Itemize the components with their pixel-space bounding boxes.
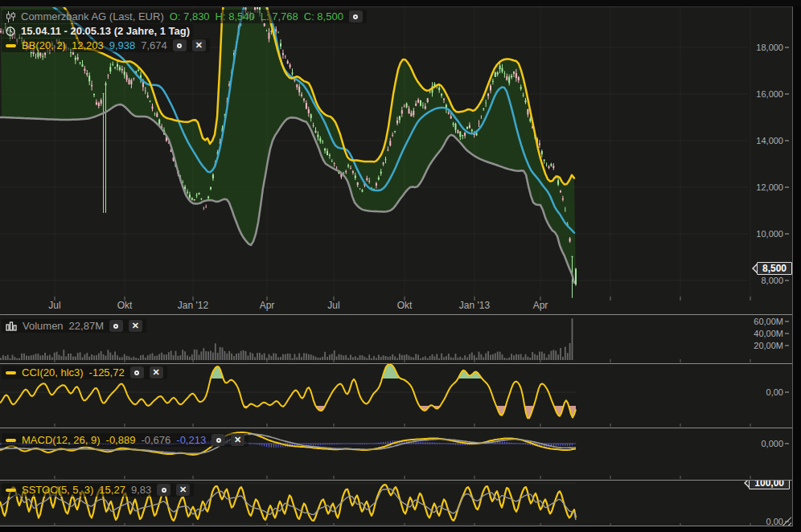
volume-bar bbox=[72, 356, 74, 360]
volume-bar bbox=[51, 357, 53, 360]
volume-bar bbox=[145, 358, 146, 360]
macd-close-button[interactable]: ✕ bbox=[231, 434, 244, 446]
volume-bar bbox=[492, 354, 494, 360]
volume-bar bbox=[126, 356, 128, 360]
macd-hist-bar bbox=[565, 444, 565, 446]
symbol-settings-button[interactable] bbox=[349, 10, 363, 23]
volume-bar bbox=[560, 348, 561, 360]
volume-bar bbox=[240, 351, 242, 360]
volume-bar bbox=[329, 354, 331, 360]
volume-bar bbox=[285, 354, 286, 360]
volume-bar bbox=[413, 358, 414, 360]
volume-bar bbox=[401, 355, 403, 360]
volume-bar bbox=[82, 358, 84, 360]
volume-bar bbox=[212, 353, 214, 360]
y-axis-label: 10,000 bbox=[733, 230, 789, 239]
sstoc-settings-button[interactable] bbox=[157, 484, 170, 496]
volume-bar bbox=[485, 354, 487, 360]
volume-bar bbox=[119, 358, 121, 360]
bb-settings-button[interactable] bbox=[173, 39, 187, 51]
bb-close-button[interactable]: ✕ bbox=[192, 39, 206, 51]
volume-settings-button[interactable] bbox=[109, 320, 123, 332]
cci-name: CCI(20, hlc3) bbox=[22, 366, 84, 379]
volume-bar bbox=[257, 353, 258, 360]
macd-hist-bar bbox=[334, 444, 335, 444]
volume-bar bbox=[129, 356, 130, 360]
volume-bar bbox=[80, 352, 81, 360]
volume-bars-icon bbox=[6, 321, 17, 331]
separator-cci-macd bbox=[0, 428, 792, 428]
main-chart-svg[interactable] bbox=[0, 7, 792, 314]
volume-bar bbox=[376, 358, 377, 360]
volume-bar bbox=[322, 357, 323, 360]
volume-bar bbox=[16, 358, 18, 360]
volume-close-button[interactable]: ✕ bbox=[129, 320, 142, 332]
volume-bar bbox=[187, 355, 188, 360]
macd-hist-bar bbox=[359, 444, 360, 444]
volume-bar bbox=[362, 355, 364, 360]
volume-bar bbox=[105, 356, 107, 360]
volume-bar bbox=[464, 355, 466, 360]
volume-bar bbox=[572, 318, 573, 360]
bb-lower-value: 7,674 bbox=[141, 39, 167, 51]
symbol-title: Commerzbank AG (Last, EUR) bbox=[21, 10, 164, 23]
macd-hist-bar bbox=[523, 444, 524, 444]
volume-bar bbox=[254, 357, 256, 360]
macd-signal-value: -0,676 bbox=[141, 434, 170, 446]
volume-bar bbox=[294, 354, 296, 360]
volume-bar bbox=[420, 358, 421, 360]
macd-hist-bar bbox=[310, 444, 311, 445]
volume-bar bbox=[259, 353, 261, 360]
close-icon: ✕ bbox=[153, 368, 160, 377]
volume-bar bbox=[23, 354, 25, 360]
volume-bar bbox=[334, 350, 335, 360]
macd-settings-button[interactable] bbox=[212, 434, 225, 446]
volume-bar bbox=[121, 357, 123, 360]
macd-hist-bar bbox=[528, 444, 528, 445]
volume-bar bbox=[541, 352, 543, 360]
volume-bar bbox=[336, 356, 338, 360]
volume-bar bbox=[525, 354, 527, 360]
volume-bar bbox=[436, 354, 437, 360]
volume-bar bbox=[117, 355, 118, 360]
volume-bar bbox=[280, 357, 281, 360]
cci-settings-button[interactable] bbox=[130, 366, 144, 379]
volume-bar bbox=[483, 358, 484, 360]
close-icon: ✕ bbox=[179, 485, 187, 494]
volume-axis-label: 20,00M bbox=[733, 342, 789, 350]
gear-icon bbox=[162, 488, 166, 493]
sstoc-close-button[interactable]: ✕ bbox=[176, 484, 190, 496]
volume-bar bbox=[178, 356, 179, 360]
macd-hist-bar bbox=[308, 444, 309, 444]
macd-hist-bar bbox=[313, 444, 314, 445]
volume-bar bbox=[511, 354, 512, 360]
volume-bar bbox=[546, 358, 548, 360]
volume-bar bbox=[306, 354, 307, 360]
macd-hist-bar bbox=[266, 444, 267, 447]
volume-bar bbox=[10, 358, 11, 360]
volume-bar bbox=[161, 353, 162, 360]
volume-bar bbox=[0, 358, 2, 360]
gear-icon bbox=[113, 324, 118, 329]
volume-bar bbox=[49, 354, 51, 360]
volume-bar bbox=[31, 355, 32, 360]
macd-hist-bar bbox=[250, 443, 251, 444]
cci-close-button[interactable]: ✕ bbox=[150, 366, 163, 379]
macd-hist-bar bbox=[462, 444, 463, 445]
volume-bar bbox=[215, 343, 216, 360]
volume-bar bbox=[396, 358, 398, 360]
bb-upper-value: 12,203 bbox=[72, 39, 104, 51]
volume-bar bbox=[26, 355, 27, 360]
sstoc-value-k: 15,27 bbox=[99, 484, 125, 496]
macd-hist-bar bbox=[509, 442, 510, 444]
volume-bar bbox=[7, 355, 9, 360]
volume-bar bbox=[371, 358, 372, 360]
volume-bar bbox=[292, 358, 294, 360]
volume-bar bbox=[438, 358, 440, 360]
volume-bar bbox=[508, 358, 510, 360]
macd-hist-bar bbox=[378, 443, 379, 444]
macd-hist-bar bbox=[357, 444, 358, 444]
volume-bar bbox=[210, 350, 212, 360]
volume-bar bbox=[135, 358, 137, 360]
volume-bar bbox=[93, 355, 95, 360]
